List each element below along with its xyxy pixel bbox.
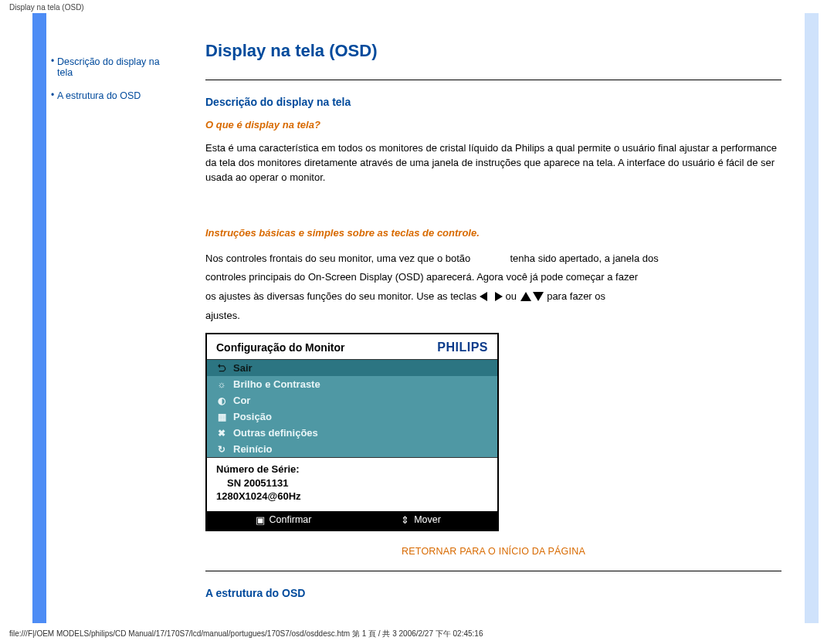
svg-marker-0 [480, 292, 487, 301]
sidebar-link[interactable]: Descrição do display na tela [57, 56, 178, 78]
osd-item-outras[interactable]: ✖Outras definições [207, 425, 497, 441]
text-fragment: ou [505, 290, 516, 302]
brand-logo: PHILIPS [437, 341, 488, 354]
osd-item-label: Reinício [233, 443, 273, 455]
left-accent-strip [32, 13, 46, 623]
back-to-top-link[interactable]: RETORNAR PARA O INÍCIO DA PÁGINA [402, 546, 585, 557]
sidebar: • Descrição do display na tela • A estru… [46, 13, 182, 623]
osd-item-brilho[interactable]: ☼Brilho e Contraste [207, 376, 497, 392]
serial-label: Número de Série: [216, 463, 488, 476]
svg-marker-3 [533, 292, 544, 301]
back-to-top: RETORNAR PARA O INÍCIO DA PÁGINA [205, 545, 781, 557]
section-heading-descricao: Descrição do display na tela [205, 96, 781, 108]
osd-item-posicao[interactable]: ▦Posição [207, 408, 497, 425]
resolution-mode: 1280X1024@60Hz [216, 490, 488, 503]
sidebar-item-descricao[interactable]: • Descrição do display na tela [51, 56, 178, 78]
osd-item-label: Cor [233, 395, 250, 406]
arrow-left-right-icon [480, 291, 503, 302]
bullet-icon: • [51, 56, 57, 66]
ok-icon: ▣ [256, 514, 265, 526]
window-title: Display na tela (OSD) [0, 0, 834, 13]
osd-item-label: Outras definições [233, 427, 318, 439]
section-heading-estrutura: A estrutura do OSD [205, 587, 781, 599]
osd-move[interactable]: ⇕ Mover [352, 514, 490, 526]
osd-item-sair[interactable]: ⮌Sair [207, 360, 497, 376]
text-fragment: Nos controles frontais do seu monitor, u… [205, 253, 470, 264]
divider [205, 80, 781, 80]
bullet-icon: • [51, 90, 57, 100]
osd-item-label: Posição [233, 411, 272, 422]
serial-value: SN 20051131 [216, 476, 488, 490]
subheading-oque: O que é display na tela? [205, 119, 781, 130]
sidebar-link[interactable]: A estrutura do OSD [57, 90, 141, 101]
osd-item-label: Brilho e Contraste [233, 378, 320, 390]
text-fragment: ajustes. [205, 310, 240, 321]
text-fragment: tenha sido apertado, a janela dos [510, 253, 659, 264]
footer-file-path: file:///F|/OEM MODELS/philips/CD Manual/… [9, 629, 483, 639]
text-fragment: para fazer os [547, 290, 605, 302]
text-fragment: controles principais do On-Screen Displa… [205, 271, 638, 283]
sidebar-item-estrutura[interactable]: • A estrutura do OSD [51, 90, 178, 101]
main-content: Display na tela (OSD) Descrição do displ… [182, 13, 805, 623]
settings-icon: ✖ [216, 428, 227, 439]
brightness-icon: ☼ [216, 379, 227, 390]
osd-confirm-label: Confirmar [270, 514, 312, 525]
osd-panel: Configuração do Monitor PHILIPS ⮌Sair ☼B… [205, 333, 499, 531]
move-icon: ⇕ [401, 514, 409, 526]
osd-title: Configuração do Monitor [216, 341, 344, 354]
osd-item-label: Sair [233, 362, 253, 374]
osd-info: Número de Série: SN 20051131 1280X1024@6… [207, 457, 497, 511]
exit-icon: ⮌ [216, 363, 227, 374]
svg-marker-2 [520, 292, 531, 301]
page-title: Display na tela (OSD) [205, 41, 781, 61]
paragraph-controls: Nos controles frontais do seu monitor, u… [205, 249, 781, 326]
osd-item-reinicio[interactable]: ↻Reinício [207, 441, 497, 457]
page-body: • Descrição do display na tela • A estru… [32, 13, 819, 623]
text-fragment: os ajustes às diversas funções do seu mo… [205, 290, 476, 302]
subheading-instrucoes: Instruções básicas e simples sobre as te… [205, 227, 781, 239]
osd-confirm[interactable]: ▣ Confirmar [215, 514, 352, 526]
paragraph-intro: Esta é uma característica em todos os mo… [205, 141, 781, 185]
reset-icon: ↻ [216, 444, 227, 455]
osd-move-label: Mover [414, 514, 441, 525]
color-icon: ◐ [216, 395, 227, 406]
osd-item-cor[interactable]: ◐Cor [207, 392, 497, 408]
svg-marker-1 [495, 292, 503, 301]
right-accent-strip [805, 13, 819, 623]
osd-menu: ⮌Sair ☼Brilho e Contraste ◐Cor ▦Posição … [207, 360, 497, 457]
divider [205, 571, 781, 571]
position-icon: ▦ [216, 412, 227, 422]
osd-footer: ▣ Confirmar ⇕ Mover [207, 511, 497, 530]
osd-titlebar: Configuração do Monitor PHILIPS [207, 334, 497, 360]
arrow-up-down-icon [520, 291, 544, 302]
